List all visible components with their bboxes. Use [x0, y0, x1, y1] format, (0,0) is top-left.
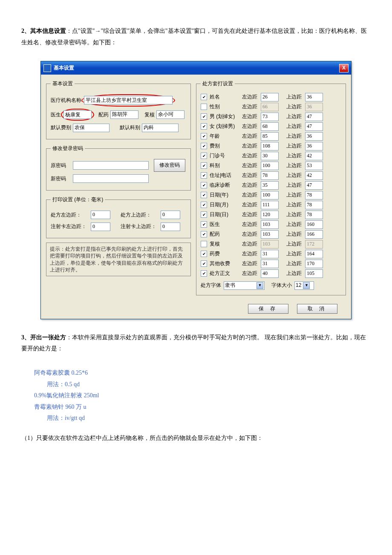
- overlay-row: ✔日期(月)左边距上边距: [201, 200, 341, 210]
- old-password-input[interactable]: [73, 161, 149, 170]
- overlay-field-label: 日期(月): [210, 200, 239, 210]
- left-margin-label: 左边距: [242, 171, 258, 180]
- top-margin-input[interactable]: [305, 142, 323, 150]
- checkbox[interactable]: ✔: [201, 192, 207, 198]
- checkbox[interactable]: ✔: [201, 153, 207, 159]
- checkbox[interactable]: [201, 241, 207, 247]
- left-margin-input: [261, 240, 279, 249]
- top-margin-input[interactable]: [305, 171, 323, 180]
- dispense-label: 配药: [98, 110, 109, 120]
- top-margin-input[interactable]: [305, 93, 323, 101]
- checkbox[interactable]: ✔: [201, 172, 207, 179]
- left-margin-input[interactable]: [261, 122, 279, 131]
- checkbox[interactable]: ✔: [201, 231, 207, 237]
- doctor-input[interactable]: [63, 110, 92, 119]
- chevron-down-icon: ▼: [303, 282, 310, 289]
- left-margin-input[interactable]: [261, 191, 279, 199]
- overlay-row: ✔药费左边距上边距: [201, 249, 341, 259]
- top-margin-input[interactable]: [305, 152, 323, 160]
- cancel-button[interactable]: 取 消: [297, 304, 337, 314]
- checkbox[interactable]: ✔: [201, 202, 207, 208]
- top-margin-label: 上边距: [286, 259, 303, 269]
- font-label: 处方字体: [201, 280, 221, 290]
- top-margin-input[interactable]: [305, 230, 323, 239]
- overlay-field-label: 男 (划掉女): [210, 112, 239, 121]
- save-button[interactable]: 保 存: [248, 304, 288, 314]
- top-margin-label: 上边距: [286, 229, 303, 239]
- left-margin-input[interactable]: [261, 162, 279, 170]
- top-margin-input[interactable]: [305, 250, 323, 258]
- left-margin-input[interactable]: [261, 113, 279, 121]
- checkbox[interactable]: ✔: [201, 211, 207, 218]
- left-margin-input[interactable]: [261, 211, 279, 219]
- left-margin-input[interactable]: [261, 201, 279, 209]
- checkbox[interactable]: ✔: [201, 260, 207, 267]
- checkbox[interactable]: ✔: [201, 221, 207, 228]
- overlay-row: ✔医生左边距上边距: [201, 220, 341, 229]
- overlay-row: ✔费别左边距上边距: [201, 142, 341, 151]
- left-margin-input[interactable]: [261, 152, 279, 160]
- left-margin-label: 左边距: [242, 210, 258, 220]
- org-input[interactable]: [84, 96, 173, 104]
- overlay-row: ✔男 (划掉女)左边距上边距: [201, 112, 341, 121]
- default-dept-input[interactable]: [142, 124, 179, 132]
- font-size-select[interactable]: 12 ▼: [294, 281, 314, 290]
- default-fee-input[interactable]: [73, 124, 110, 132]
- close-button[interactable]: X: [339, 64, 349, 72]
- overlay-row: 复核左边距上边距: [201, 240, 341, 249]
- top-margin-input[interactable]: [305, 191, 323, 199]
- top-margin-label: 上边距: [286, 161, 303, 171]
- left-margin-input[interactable]: [261, 250, 279, 258]
- top-margin-label: 上边距: [286, 180, 303, 190]
- dispense-input[interactable]: [110, 110, 138, 119]
- top-margin-input[interactable]: [305, 113, 323, 121]
- review-input[interactable]: [156, 110, 184, 119]
- change-password-button[interactable]: 修改密码: [154, 159, 185, 172]
- checkbox[interactable]: ✔: [201, 143, 207, 149]
- left-margin-input[interactable]: [261, 269, 279, 278]
- top-margin-input[interactable]: [305, 122, 323, 131]
- checkbox[interactable]: ✔: [201, 133, 207, 139]
- left-margin-input[interactable]: [261, 260, 279, 268]
- left-margin-input[interactable]: [261, 132, 279, 141]
- left-margin-input[interactable]: [261, 171, 279, 180]
- font-select[interactable]: 隶书 ▼: [224, 281, 265, 290]
- top-margin-input[interactable]: [305, 269, 323, 278]
- checkbox[interactable]: ✔: [201, 94, 207, 100]
- left-margin-label: 左边距: [242, 121, 258, 131]
- top-margin-input: [305, 240, 323, 249]
- rx-line-3: 0.9%氯化钠注射液 250ml: [34, 390, 371, 402]
- checkbox[interactable]: ✔: [201, 251, 207, 257]
- titlebar: 基本设置 X: [41, 61, 351, 75]
- top-margin-input[interactable]: [305, 162, 323, 170]
- password-group: 修改登录密码 原密码 修改密码 新密码: [46, 144, 191, 191]
- left-margin-input[interactable]: [261, 142, 279, 150]
- left-margin-label: 左边距: [242, 161, 258, 171]
- checkbox[interactable]: ✔: [201, 162, 207, 169]
- top-margin-input[interactable]: [305, 211, 323, 219]
- top-margin-label: 上边距: [286, 141, 303, 151]
- checkbox[interactable]: [201, 104, 207, 110]
- checkbox[interactable]: ✔: [201, 123, 207, 130]
- checkbox[interactable]: ✔: [201, 113, 207, 120]
- rx-top-input[interactable]: [161, 211, 180, 219]
- top-margin-input[interactable]: [305, 260, 323, 268]
- card-left-label: 注射卡左边距：: [51, 222, 89, 231]
- overlay-field-label: 其他收费: [210, 259, 239, 269]
- left-margin-input[interactable]: [261, 220, 279, 229]
- top-margin-input[interactable]: [305, 181, 323, 190]
- top-margin-input[interactable]: [305, 201, 323, 209]
- card-top-input[interactable]: [161, 223, 180, 231]
- left-margin-input[interactable]: [261, 93, 279, 101]
- overlay-field-label: 医生: [210, 220, 239, 229]
- card-left-input[interactable]: [91, 223, 110, 231]
- new-password-input[interactable]: [73, 174, 149, 183]
- top-margin-input[interactable]: [305, 132, 323, 141]
- rx-left-input[interactable]: [91, 211, 110, 219]
- overlay-row: ✔门诊号左边距上边距: [201, 151, 341, 161]
- checkbox[interactable]: ✔: [201, 270, 207, 277]
- left-margin-input[interactable]: [261, 230, 279, 239]
- left-margin-input[interactable]: [261, 181, 279, 190]
- top-margin-input[interactable]: [305, 220, 323, 229]
- checkbox[interactable]: ✔: [201, 182, 207, 188]
